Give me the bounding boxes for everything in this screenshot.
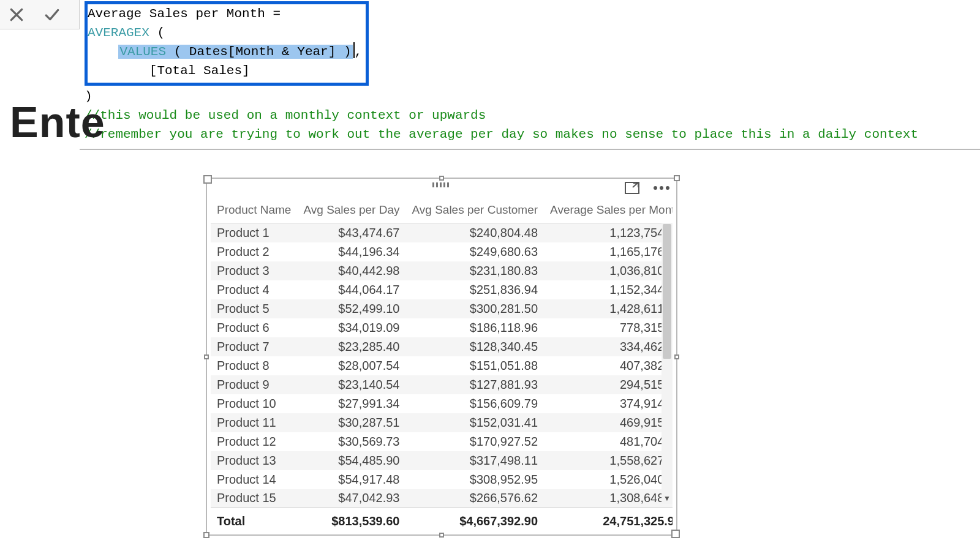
svg-point-3 xyxy=(666,186,669,190)
table-cell: $266,576.62 xyxy=(405,489,544,508)
formula-line-5: ) xyxy=(85,87,975,106)
table-cell: Product 13 xyxy=(211,451,297,470)
table-row[interactable]: Product 12$30,569.73$170,927.52481,704.8… xyxy=(211,432,673,451)
table-cell: Product 5 xyxy=(211,299,297,318)
table-cell: $240,804.48 xyxy=(405,223,544,242)
table-cell: $43,474.67 xyxy=(297,223,405,242)
table-cell: 1,308,648.87 xyxy=(544,489,673,508)
total-cell: $813,539.60 xyxy=(297,508,405,531)
table-row[interactable]: Product 14$54,917.48$308,952.951,526,040… xyxy=(211,470,673,489)
table-cell: 1,036,810.99 xyxy=(544,261,673,280)
total-cell: $4,667,392.90 xyxy=(405,508,544,531)
table-cell: $23,140.54 xyxy=(297,375,405,394)
column-header[interactable]: Avg Sales per Customer xyxy=(405,201,544,223)
table-cell: $156,609.79 xyxy=(405,394,544,413)
table-cell: 1,428,611.97 xyxy=(544,299,673,318)
table-row[interactable]: Product 15$47,042.93$266,576.621,308,648… xyxy=(211,489,673,508)
table-cell: $186,118.96 xyxy=(405,318,544,337)
background-text: Ente xyxy=(10,98,105,147)
table-cell: 1,152,344.78 xyxy=(544,280,673,299)
data-table[interactable]: Product NameAvg Sales per DayAvg Sales p… xyxy=(211,201,673,531)
table-row[interactable]: Product 1$43,474.67$240,804.481,123,754.… xyxy=(211,223,673,242)
formula-highlight: Average Sales per Month = AVERAGEX ( VAL… xyxy=(85,1,369,86)
table-cell: $34,019.09 xyxy=(297,318,405,337)
table-cell: $249,680.63 xyxy=(405,242,544,261)
table-cell: Product 15 xyxy=(211,489,297,508)
table-cell: $127,881.93 xyxy=(405,375,544,394)
table-cell: 334,462.98 xyxy=(544,337,673,356)
table-cell: Product 6 xyxy=(211,318,297,337)
table-cell: $317,498.11 xyxy=(405,451,544,470)
table-cell: Product 9 xyxy=(211,375,297,394)
table-cell: $40,442.98 xyxy=(297,261,405,280)
cancel-icon[interactable] xyxy=(9,7,24,23)
table-cell: Product 8 xyxy=(211,356,297,375)
column-header[interactable]: Average Sales per Month xyxy=(544,201,673,223)
table-cell: Product 14 xyxy=(211,470,297,489)
table-cell: 1,558,627.09 xyxy=(544,451,673,470)
svg-point-2 xyxy=(660,186,663,190)
table-cell: $308,952.95 xyxy=(405,470,544,489)
table-cell: $54,485.90 xyxy=(297,451,405,470)
visual-header xyxy=(207,179,676,197)
table-row[interactable]: Product 3$40,442.98$231,180.831,036,810.… xyxy=(211,261,673,280)
table-cell: $44,196.34 xyxy=(297,242,405,261)
scroll-down-icon[interactable]: ▼ xyxy=(662,493,673,504)
table-cell: $30,569.73 xyxy=(297,432,405,451)
table-cell: $151,051.88 xyxy=(405,356,544,375)
table-row[interactable]: Product 5$52,499.10$300,281.501,428,611.… xyxy=(211,299,673,318)
formula-comment-1: //this would be used on a monthly contex… xyxy=(85,106,975,125)
formula-comment-2: //remember you are trying to work out th… xyxy=(85,125,975,144)
table-row[interactable]: Product 10$27,991.34$156,609.79374,914.3… xyxy=(211,394,673,413)
formula-line-3: VALUES ( Dates[Month & Year] ), xyxy=(88,42,362,61)
svg-point-1 xyxy=(654,186,657,190)
table-cell: Product 12 xyxy=(211,432,297,451)
formula-line-2: AVERAGEX ( xyxy=(88,23,362,42)
commit-icon[interactable] xyxy=(43,7,61,23)
drag-handle-icon[interactable] xyxy=(432,182,451,187)
table-cell: Product 4 xyxy=(211,280,297,299)
table-row[interactable]: Product 13$54,485.90$317,498.111,558,627… xyxy=(211,451,673,470)
table-cell: 778,315.65 xyxy=(544,318,673,337)
table-cell: Product 1 xyxy=(211,223,297,242)
table-cell: 407,382.33 xyxy=(544,356,673,375)
table-cell: Product 2 xyxy=(211,242,297,261)
formula-line-4: [Total Sales] xyxy=(88,61,362,80)
table-cell: $44,064.17 xyxy=(297,280,405,299)
formula-line-1: Average Sales per Month = xyxy=(88,4,362,23)
table-cell: $30,287.51 xyxy=(297,413,405,432)
table-row[interactable]: Product 7$23,285.40$128,340.45334,462.98 xyxy=(211,337,673,356)
total-cell: Total xyxy=(211,508,297,531)
total-cell: 24,751,325.98 xyxy=(544,508,673,531)
table-cell: $152,031.41 xyxy=(405,413,544,432)
table-cell: Product 3 xyxy=(211,261,297,280)
vertical-scrollbar[interactable]: ▲ ▼ xyxy=(662,223,673,504)
formula-bar[interactable]: Average Sales per Month = AVERAGEX ( VAL… xyxy=(80,0,980,150)
table-cell: $23,285.40 xyxy=(297,337,405,356)
table-row[interactable]: Product 8$28,007.54$151,051.88407,382.33 xyxy=(211,356,673,375)
table-visual[interactable]: Product NameAvg Sales per DayAvg Sales p… xyxy=(206,178,677,536)
table-row[interactable]: Product 2$44,196.34$249,680.631,165,176.… xyxy=(211,242,673,261)
table-row[interactable]: Product 9$23,140.54$127,881.93294,515.96 xyxy=(211,375,673,394)
table-row[interactable]: Product 6$34,019.09$186,118.96778,315.65 xyxy=(211,318,673,337)
table-cell: $52,499.10 xyxy=(297,299,405,318)
table-cell: 374,914.34 xyxy=(544,394,673,413)
focus-mode-icon[interactable] xyxy=(625,182,639,194)
more-options-icon[interactable] xyxy=(653,186,670,190)
table-row[interactable]: Product 11$30,287.51$152,031.41469,915.2… xyxy=(211,413,673,432)
scroll-thumb[interactable] xyxy=(663,224,671,359)
table-cell: $47,042.93 xyxy=(297,489,405,508)
table-cell: $300,281.50 xyxy=(405,299,544,318)
column-header[interactable]: Avg Sales per Day xyxy=(297,201,405,223)
table-cell: 294,515.96 xyxy=(544,375,673,394)
column-header[interactable]: Product Name xyxy=(211,201,297,223)
table-cell: $231,180.83 xyxy=(405,261,544,280)
table-cell: $128,340.45 xyxy=(405,337,544,356)
table-row[interactable]: Product 4$44,064.17$251,836.941,152,344.… xyxy=(211,280,673,299)
table-cell: Product 10 xyxy=(211,394,297,413)
table-cell: $28,007.54 xyxy=(297,356,405,375)
table-cell: Product 11 xyxy=(211,413,297,432)
table-cell: 1,526,040.32 xyxy=(544,470,673,489)
table-cell: $27,991.34 xyxy=(297,394,405,413)
table-cell: 481,704.82 xyxy=(544,432,673,451)
